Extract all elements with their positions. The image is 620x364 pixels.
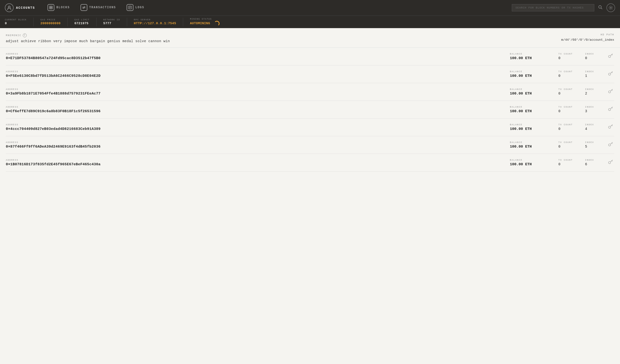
balance-label: BALANCE (510, 159, 554, 161)
account-balance-section: BALANCE 100.00 ETH (510, 53, 554, 60)
gas-price-value: 2000000000 (41, 22, 61, 25)
account-tx-section: TX COUNT 0 (558, 124, 580, 131)
divider-4 (127, 18, 127, 26)
account-index-section: INDEX 3 (585, 106, 602, 113)
index-label: INDEX (585, 71, 602, 73)
svg-rect-2 (51, 6, 52, 7)
app-logo: ACCOUNTS (5, 3, 35, 12)
balance-label: BALANCE (510, 141, 554, 144)
address-label: ADDRESS (6, 124, 505, 126)
account-tx-count: 0 (558, 145, 580, 148)
tx-count-label: TX COUNT (558, 88, 580, 91)
main-content: MNEMONIC ? adjust achieve ribbon very im… (0, 28, 620, 172)
account-address: 0×87f466Ff9ff6ADeA39d2469E9163f4dB45fb20… (6, 145, 505, 149)
logo-icon (5, 3, 14, 12)
account-balance: 100.00 ETH (510, 109, 554, 113)
svg-line-35 (611, 143, 612, 144)
svg-line-10 (601, 8, 602, 9)
account-address: 0×4ccc704409d827eB03edad4D8216683Ceb91A3… (6, 127, 505, 131)
account-index: 3 (585, 109, 602, 113)
top-navigation: ACCOUNTS BLOCKS TRANSACTIONS (0, 0, 620, 15)
mnemonic-left: MNEMONIC ? adjust achieve ribbon very im… (6, 33, 170, 43)
mnemonic-help-button[interactable]: ? (23, 33, 27, 37)
account-tx-count: 0 (558, 56, 580, 60)
account-row: ADDRESS 0×1B07816D173f835fd2E45f965E67eB… (6, 154, 614, 172)
account-balance-section: BALANCE 100.00 ETH (510, 71, 554, 78)
svg-line-38 (612, 160, 612, 161)
mining-status-label: MINING STATUS (190, 18, 219, 20)
tx-count-label: TX COUNT (558, 141, 580, 144)
account-row: ADDRESS 0×E71DF53784B80547a724Fd95cac8D3… (6, 48, 614, 65)
account-address-section: ADDRESS 0×4ccc704409d827eB03edad4D821668… (6, 124, 505, 131)
index-label: INDEX (585, 141, 602, 144)
nav-item-transactions[interactable]: TRANSACTIONS (75, 0, 121, 15)
account-index: 5 (585, 145, 602, 148)
tx-count-label: TX COUNT (558, 53, 580, 55)
nav-blocks-label: BLOCKS (56, 6, 70, 9)
address-label: ADDRESS (6, 71, 505, 73)
mnemonic-section: MNEMONIC ? adjust achieve ribbon very im… (0, 28, 620, 48)
account-row: ADDRESS 0×87f466Ff9ff6ADeA39d2469E9163f4… (6, 136, 614, 154)
svg-rect-4 (51, 8, 52, 9)
account-tx-section: TX COUNT 0 (558, 88, 580, 95)
account-tx-section: TX COUNT 0 (558, 106, 580, 113)
account-key-button[interactable] (607, 105, 614, 114)
divider-1 (33, 18, 34, 26)
account-index-section: INDEX 1 (585, 71, 602, 78)
accounts-list: ADDRESS 0×E71DF53784B80547a724Fd95cac8D3… (0, 48, 620, 172)
account-row: ADDRESS 0×F5Ee6130C8bd7fD513bA6C2466C952… (6, 65, 614, 83)
svg-point-11 (610, 7, 611, 9)
nav-item-logs[interactable]: LOGS (121, 0, 150, 15)
svg-line-18 (612, 72, 612, 73)
account-key-button[interactable] (607, 123, 614, 131)
index-label: INDEX (585, 53, 602, 55)
index-label: INDEX (585, 88, 602, 91)
network-id-value: 5777 (103, 22, 120, 25)
nav-logs-label: LOGS (135, 6, 144, 9)
nav-item-blocks[interactable]: BLOCKS (42, 0, 75, 15)
divider-3 (96, 18, 96, 26)
account-tx-count: 0 (558, 109, 580, 113)
account-address: 0×Cf6effE7d89C919c6a8b83F0B18F1c5f265315… (6, 109, 505, 113)
account-balance-section: BALANCE 100.00 ETH (510, 124, 554, 131)
account-address-section: ADDRESS 0×F5Ee6130C8bd7fD513bA6C2466C952… (6, 71, 505, 78)
mnemonic-phrase: adjust achieve ribbon very impose much b… (6, 39, 170, 43)
account-row: ADDRESS 0×3a9Fb8b1871E7054Ffe4B1888d7579… (6, 83, 614, 101)
settings-button[interactable] (606, 3, 615, 12)
account-row: ADDRESS 0×4ccc704409d827eB03edad4D821668… (6, 118, 614, 136)
tx-count-label: TX COUNT (558, 71, 580, 73)
address-label: ADDRESS (6, 88, 505, 91)
gas-price-label: GAS PRICE (41, 19, 61, 21)
account-address-section: ADDRESS 0×3a9Fb8b1871E7054Ffe4B1888d7579… (6, 88, 505, 96)
rpc-server-item: RPC SERVER HTTP://127.0.0.1:7545 (134, 19, 183, 25)
account-index: 6 (585, 162, 602, 166)
account-index-section: INDEX 2 (585, 88, 602, 95)
network-id-label: NETWORK ID (103, 19, 120, 21)
account-address: 0×3a9Fb8b1871E7054Ffe4B1888d7579231FEeAc… (6, 92, 505, 96)
svg-line-39 (611, 161, 612, 161)
account-key-button[interactable] (607, 141, 614, 149)
account-tx-section: TX COUNT 0 (558, 159, 580, 166)
account-balance-section: BALANCE 100.00 ETH (510, 88, 554, 96)
account-address-section: ADDRESS 0×87f466Ff9ff6ADeA39d2469E9163f4… (6, 141, 505, 149)
account-balance-section: BALANCE 100.00 ETH (510, 106, 554, 113)
account-key-button[interactable] (607, 70, 614, 78)
account-balance: 100.00 ETH (510, 74, 554, 78)
svg-line-23 (611, 90, 612, 91)
account-index: 0 (585, 56, 602, 60)
mnemonic-label: MNEMONIC ? (6, 33, 170, 37)
account-key-button[interactable] (607, 52, 614, 61)
account-key-button[interactable] (607, 158, 614, 167)
nav-transactions-label: TRANSACTIONS (89, 6, 116, 9)
account-balance: 100.00 ETH (510, 56, 554, 60)
logs-icon (127, 4, 133, 11)
search-input[interactable] (512, 4, 594, 11)
svg-line-30 (612, 125, 612, 126)
gas-limit-value: 6721975 (75, 22, 90, 25)
account-address-section: ADDRESS 0×E71DF53784B80547a724Fd95cac8D3… (6, 53, 505, 60)
svg-line-26 (612, 107, 612, 108)
account-tx-section: TX COUNT 0 (558, 53, 580, 60)
account-key-button[interactable] (607, 87, 614, 96)
account-row: ADDRESS 0×Cf6effE7d89C919c6a8b83F0B18F1c… (6, 101, 614, 118)
search-button[interactable] (597, 4, 604, 12)
